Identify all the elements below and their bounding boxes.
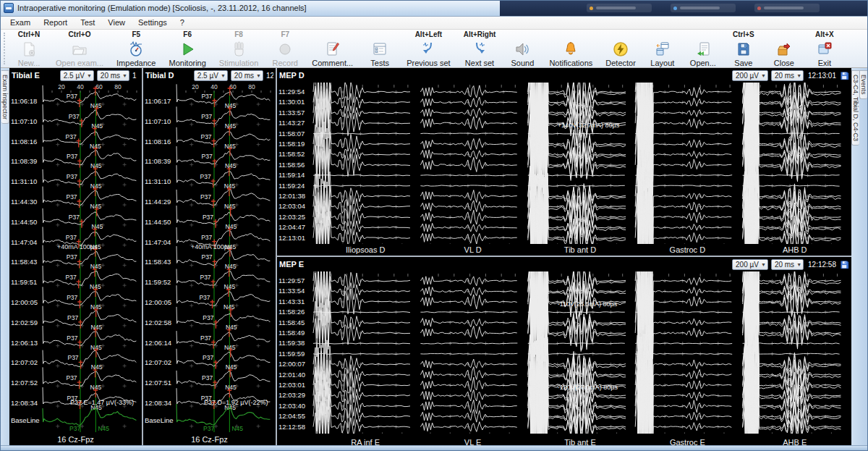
title-bar[interactable]: Intraoperative monitoring (Emulation mod… <box>1 1 867 17</box>
svg-text:P37: P37 <box>66 133 77 140</box>
svg-text:BaseLine: BaseLine <box>11 416 40 424</box>
previous-set-button[interactable]: Alt+LeftPrevious set <box>400 30 457 67</box>
svg-text:12:00:05: 12:00:05 <box>11 298 38 306</box>
timebase-select[interactable]: 20 ms▼ <box>771 259 804 270</box>
svg-text:11:59:38: 11:59:38 <box>278 340 305 347</box>
panel-mep-e: MEP E200 µV▼20 ms▼12:12:5811:29:5711:33:… <box>277 257 851 448</box>
button-label: Open... <box>690 59 716 67</box>
toolbar-grip[interactable] <box>4 33 7 64</box>
svg-text:12:07:02: 12:07:02 <box>145 359 171 367</box>
channel-label: Iliopsoas D <box>312 245 419 254</box>
menu-item-test[interactable]: Test <box>74 17 101 28</box>
svg-text:P37: P37 <box>66 374 77 382</box>
svg-text:P37: P37 <box>67 173 77 180</box>
scale-select[interactable]: 200 µV▼ <box>732 259 768 270</box>
menu-item-settings[interactable]: Settings <box>132 17 174 28</box>
previous-set-icon <box>420 40 437 59</box>
shortcut-label: F5 <box>132 30 140 40</box>
svg-text:11:58:26: 11:58:26 <box>278 308 305 316</box>
svg-text:11:59:24: 11:59:24 <box>278 182 305 190</box>
chevron-down-icon: ▼ <box>796 262 801 267</box>
save-set-icon[interactable] <box>840 71 849 80</box>
tab-events[interactable]: Events <box>859 70 867 99</box>
new-button[interactable]: Ctrl+NNew... <box>9 30 49 67</box>
panel-tibial-e: Tibial E2.5 µV▼20 ms▼12040608011:06:18P3… <box>9 68 142 445</box>
svg-text:12:07:51: 12:07:51 <box>145 379 171 387</box>
svg-text:11:58:19: 11:58:19 <box>278 140 305 148</box>
timebase-select[interactable]: 20 ms▼ <box>771 70 804 81</box>
comment-button[interactable]: Comment... <box>305 30 359 67</box>
svg-text:11:44:30: 11:44:30 <box>11 198 37 206</box>
sound-button[interactable]: Sound <box>502 30 542 67</box>
save-set-icon[interactable] <box>840 260 849 269</box>
timebase-select[interactable]: 20 ms▼ <box>231 70 263 81</box>
notifications-button[interactable]: Notifications <box>542 30 599 67</box>
svg-text:11:07:10: 11:07:10 <box>11 117 37 125</box>
monitoring-button[interactable]: F6Monitoring <box>162 30 212 67</box>
background-tab <box>671 4 736 12</box>
impedance-button[interactable]: F5Impedance <box>110 30 162 67</box>
panel-title: Tibial E <box>12 71 40 80</box>
svg-text:12:04:47: 12:04:47 <box>278 223 305 231</box>
tab-exam-inspector[interactable]: Exam inspector <box>1 70 9 124</box>
svg-text:11:59:52: 11:59:52 <box>145 278 171 286</box>
stimulation-button[interactable]: F8Stimulation <box>213 30 265 67</box>
trace-area: 11:29:5711:33:5411:43:3111:58:2611:58:45… <box>277 271 851 437</box>
svg-text:11:47:04: 11:47:04 <box>145 238 171 246</box>
svg-text:40: 40 <box>210 83 218 90</box>
svg-text:P37: P37 <box>66 234 77 241</box>
svg-text:12:08:34: 12:08:34 <box>11 399 38 407</box>
channel-label: Gastroc D <box>634 245 741 254</box>
scale-select[interactable]: 2.5 µV▼ <box>194 70 228 81</box>
timebase-select[interactable]: 20 ms▼ <box>97 70 129 81</box>
record-button[interactable]: F7Record <box>265 30 305 67</box>
main-area: Exam inspector Tibial E2.5 µV▼20 ms▼1204… <box>1 68 867 445</box>
menu-item-[interactable]: ? <box>174 17 191 28</box>
open-exam-button[interactable]: Ctrl+OOpen exam... <box>49 30 110 67</box>
button-label: New... <box>18 59 41 67</box>
button-label: Comment... <box>312 59 353 67</box>
background-window-strip <box>500 1 867 16</box>
svg-text:12:08:34: 12:08:34 <box>145 399 171 407</box>
svg-text:60: 60 <box>95 83 103 90</box>
open-button[interactable]: Open... <box>683 30 723 67</box>
app-window: Intraoperative monitoring (Emulation mod… <box>0 0 868 451</box>
panel-header: MEP E200 µV▼20 ms▼12:12:58 <box>277 257 851 271</box>
close-icon <box>775 40 793 59</box>
channel-label: 16 Cz-Fpz <box>57 435 94 444</box>
channel-label-row: 16 Cz-Fpz <box>143 434 276 445</box>
sound-icon <box>514 40 531 59</box>
scale-select[interactable]: 200 µV▼ <box>732 70 768 81</box>
next-set-button[interactable]: Alt+RightNext set <box>457 30 503 67</box>
svg-text:+40mA 100µs: +40mA 100µs <box>57 244 98 251</box>
svg-text:P37: P37 <box>200 133 211 140</box>
svg-text:11:44:50: 11:44:50 <box>11 218 37 226</box>
close-button[interactable]: Close <box>764 30 804 67</box>
svg-text:-110V(25.5mA) 80µs: -110V(25.5mA) 80µs <box>558 300 618 308</box>
channel-label: Tib ant D <box>527 245 634 254</box>
svg-text:P37: P37 <box>66 274 77 281</box>
detector-button[interactable]: Detector <box>599 30 642 67</box>
exit-button[interactable]: Alt+XExit <box>804 30 845 67</box>
menu-item-report[interactable]: Report <box>37 17 74 28</box>
svg-text:12:12:58: 12:12:58 <box>278 423 305 431</box>
tab-channel-set[interactable]: C3-C4, Tibial D, C4-C3 <box>851 70 859 146</box>
scale-select[interactable]: 2.5 µV▼ <box>60 70 94 81</box>
exit-icon <box>816 40 833 59</box>
tests-icon <box>371 40 388 59</box>
svg-text:P37: P37 <box>67 355 78 362</box>
button-label: Layout <box>650 59 674 67</box>
menu-item-view[interactable]: View <box>101 17 132 28</box>
panel-tibial-d: Tibial D2.5 µV▼20 ms▼12:2040608011:06:17… <box>143 68 276 445</box>
menu-item-exam[interactable]: Exam <box>4 17 37 28</box>
svg-text:11:58:56: 11:58:56 <box>278 161 305 169</box>
svg-text:11:06:17: 11:06:17 <box>145 97 171 105</box>
svg-text:12:01:40: 12:01:40 <box>278 371 305 379</box>
button-label: Next set <box>465 59 494 67</box>
tests-button[interactable]: Tests <box>359 30 400 67</box>
svg-text:P37: P37 <box>199 294 210 301</box>
stimulation-icon <box>230 40 247 59</box>
save-button[interactable]: Ctrl+SSave <box>723 30 764 67</box>
right-dock: C3-C4, Tibial D, C4-C3 Events <box>851 68 867 445</box>
layout-button[interactable]: Layout <box>642 30 683 67</box>
